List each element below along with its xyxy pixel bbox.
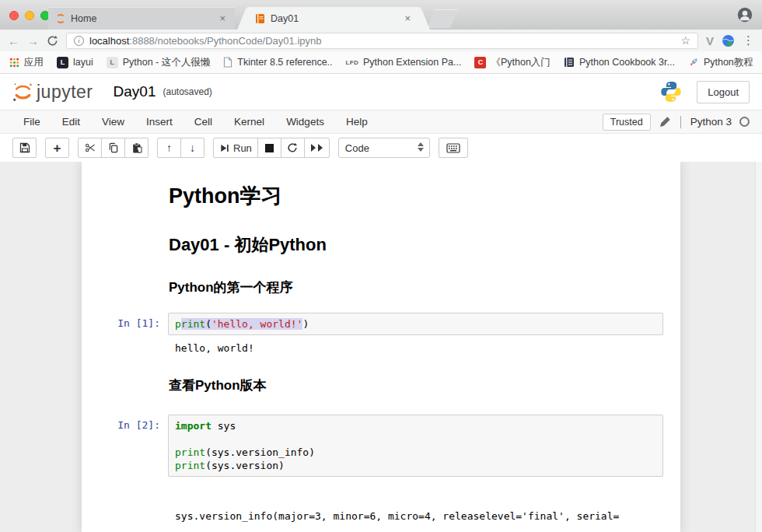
mac-close-button[interactable]: [9, 11, 19, 20]
code-text: print: [175, 460, 205, 471]
code-text: p: [175, 318, 181, 330]
restart-kernel-button[interactable]: [281, 138, 305, 158]
code-input-area[interactable]: import sys print(sys.version_info) print…: [168, 415, 663, 477]
markdown-cell-title[interactable]: Python学习: [82, 173, 680, 226]
notebook-menubar: File Edit View Insert Cell Kernel Widget…: [0, 110, 762, 134]
bookmark-cookbook[interactable]: Python Cookbook 3r...: [564, 57, 675, 68]
trusted-button[interactable]: Trusted: [603, 114, 651, 131]
input-prompt: In [2]:: [93, 415, 168, 431]
arrow-down-icon: ↓: [190, 142, 195, 153]
forward-icon[interactable]: →: [27, 35, 39, 47]
paste-icon: [131, 142, 142, 153]
code-text: ): [302, 318, 309, 330]
markdown-cell-first-program[interactable]: Python的第一个程序: [82, 271, 680, 309]
bookmark-python-tutorial[interactable]: Python教程: [688, 56, 753, 69]
rocket-icon: [688, 57, 699, 68]
jupyter-wordmark: jupyter: [37, 82, 93, 103]
arrow-up-icon: ↑: [166, 142, 172, 153]
menu-help[interactable]: Help: [335, 116, 379, 128]
bookmark-layui[interactable]: L layui: [57, 57, 93, 68]
run-label: Run: [233, 142, 252, 154]
jupyter-spinner-favicon: [56, 14, 65, 23]
code-line: print(sys.version): [175, 459, 656, 472]
lfd-icon: LFD: [346, 59, 358, 66]
move-cell-down-button[interactable]: ↓: [180, 138, 204, 158]
window-titlebar: Home × Day01 ×: [0, 0, 762, 30]
bookmark-python-blog[interactable]: L Python - 这个人很懒: [107, 56, 211, 69]
code-text: (sys.version_info): [205, 446, 315, 458]
bookmark-python-extension[interactable]: LFD Python Extension Pa...: [346, 57, 462, 68]
copy-cell-button[interactable]: [101, 138, 125, 158]
bookmark-label: Python教程: [704, 56, 753, 69]
heading-python-study: Python学习: [169, 182, 663, 210]
restart-run-all-button[interactable]: [304, 138, 330, 158]
tab-home-close-icon[interactable]: ×: [218, 12, 227, 24]
jupyter-logo[interactable]: jupyter: [12, 82, 93, 103]
add-cell-button[interactable]: +: [45, 138, 69, 158]
bookmark-label: Python Cookbook 3r...: [579, 57, 675, 68]
markdown-cell-version[interactable]: 查看Python版本: [82, 362, 680, 407]
menu-cell[interactable]: Cell: [184, 116, 223, 128]
jupyter-header-right: Logout: [659, 80, 750, 103]
bookmark-label: 应用: [24, 56, 44, 69]
mac-window-controls: [9, 11, 50, 20]
menu-edit[interactable]: Edit: [51, 116, 91, 128]
tab-home-label: Home: [71, 13, 212, 24]
copy-icon: [108, 142, 119, 153]
stop-icon: [265, 144, 274, 152]
reload-icon[interactable]: [47, 35, 58, 47]
page-info-icon[interactable]: i: [74, 36, 84, 46]
cell-type-value: Code: [345, 142, 369, 154]
layui-icon: L: [57, 57, 68, 68]
mac-minimize-button[interactable]: [25, 11, 34, 20]
menu-view[interactable]: View: [91, 116, 135, 128]
code-text: 'hello, world!': [211, 318, 302, 330]
browser-menu-icon[interactable]: ⋮: [743, 33, 754, 47]
code-text: print: [175, 446, 205, 458]
input-prompt: In [1]:: [93, 313, 168, 329]
code-input-area[interactable]: print('hello, world!'): [168, 313, 663, 335]
paste-cell-button[interactable]: [124, 138, 149, 158]
bookmark-label: 《Python入门: [491, 56, 550, 69]
interrupt-kernel-button[interactable]: [257, 138, 281, 158]
menu-kernel[interactable]: Kernel: [223, 116, 275, 128]
browser-profile-button[interactable]: [737, 7, 753, 23]
select-arrows-icon: [418, 142, 424, 152]
notebook-title[interactable]: Day01: [114, 83, 156, 100]
command-palette-button[interactable]: [439, 138, 468, 158]
move-cell-up-button[interactable]: ↑: [157, 138, 181, 158]
run-cell-button[interactable]: Run: [213, 138, 258, 158]
heading-check-version: 查看Python版本: [169, 376, 663, 394]
apps-grid-icon: [9, 58, 19, 68]
cut-cell-button[interactable]: [78, 138, 102, 158]
bookmark-star-icon[interactable]: ☆: [680, 34, 690, 47]
tab-day01-close-icon[interactable]: ×: [403, 12, 412, 24]
tab-day01-label: Day01: [271, 13, 397, 24]
menu-insert[interactable]: Insert: [135, 116, 184, 128]
save-button[interactable]: [12, 138, 37, 158]
tab-day01[interactable]: Day01 ×: [247, 7, 420, 30]
markdown-cell-day01[interactable]: Day01 - 初始Python: [82, 226, 680, 271]
menu-file[interactable]: File: [12, 116, 51, 128]
output-text: sys.version_info(major=3, minor=6, micro…: [168, 483, 663, 532]
logout-button[interactable]: Logout: [697, 81, 750, 103]
globe-extension-icon[interactable]: [722, 34, 735, 47]
profile-avatar-icon: [737, 7, 753, 23]
menu-widgets[interactable]: Widgets: [275, 116, 335, 128]
bookmark-apps[interactable]: 应用: [9, 56, 44, 69]
code-line: [175, 432, 656, 446]
extension-v-icon[interactable]: V: [706, 34, 714, 47]
bookmark-python-intro[interactable]: C 《Python入门: [474, 56, 550, 69]
cell-type-select[interactable]: Code: [338, 138, 430, 158]
new-tab-button[interactable]: [427, 9, 458, 28]
edit-title-pencil-icon[interactable]: [659, 116, 671, 128]
bookmark-tkinter[interactable]: Tkinter 8.5 reference..: [223, 57, 332, 68]
page-scrollbar[interactable]: [755, 162, 762, 532]
tab-home[interactable]: Home ×: [48, 7, 235, 30]
dark-book-icon: [564, 57, 575, 68]
menubar-status: Trusted Python 3: [603, 114, 750, 131]
url-field[interactable]: i localhost:8888/notebooks/PythonCode/Da…: [66, 33, 698, 49]
code-cell-2: In [2]: import sys print(sys.version_inf…: [82, 407, 680, 480]
back-icon[interactable]: ←: [8, 35, 19, 47]
heading-day01: Day01 - 初始Python: [169, 233, 663, 257]
